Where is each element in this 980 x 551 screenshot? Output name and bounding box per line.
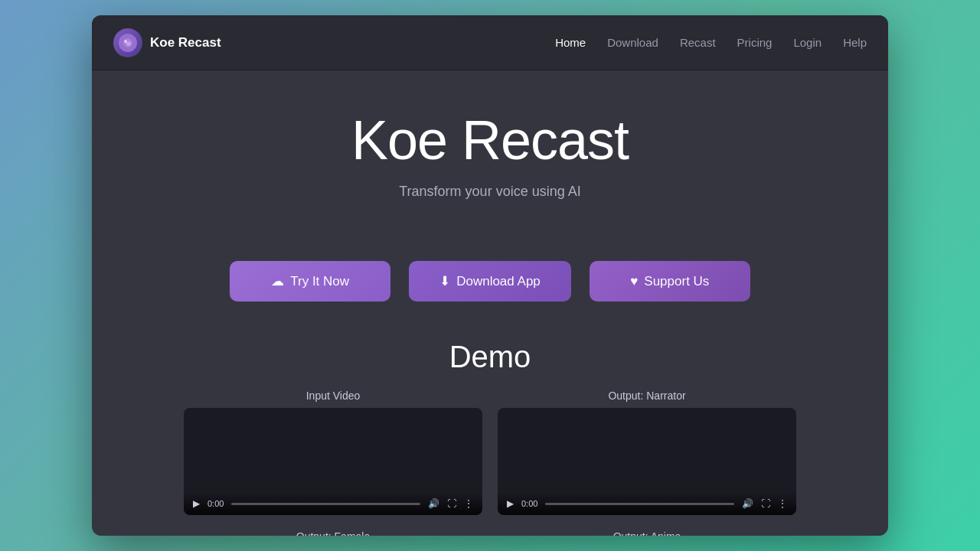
heart-icon: ♥ xyxy=(630,274,638,289)
progress-bar-narrator[interactable] xyxy=(545,503,734,505)
app-window: Koe Recast Home Download Recast Pricing … xyxy=(92,15,888,536)
female-label: Output: Female xyxy=(296,530,371,536)
nav-link-download[interactable]: Download xyxy=(607,36,658,49)
play-icon-input[interactable]: ▶ xyxy=(193,498,200,509)
try-it-now-label: Try It Now xyxy=(290,274,349,289)
time-narrator: 0:00 xyxy=(521,499,537,508)
nav-link-pricing[interactable]: Pricing xyxy=(737,36,773,49)
nav-link-help[interactable]: Help xyxy=(843,36,867,49)
nav-links: Home Download Recast Pricing Login Help xyxy=(555,36,867,49)
demo-item-female: Output: Female ▶ 0:00 🔊 ⛶ ⋮ xyxy=(184,530,482,536)
video-controls-narrator: ▶ 0:00 🔊 ⛶ ⋮ xyxy=(498,492,796,515)
svg-point-1 xyxy=(124,40,127,43)
time-input: 0:00 xyxy=(207,499,224,508)
nav-link-login[interactable]: Login xyxy=(793,36,822,49)
play-icon-narrator[interactable]: ▶ xyxy=(507,498,514,509)
demo-item-input: Input Video ▶ 0:00 🔊 ⛶ ⋮ xyxy=(184,390,482,515)
demo-grid: Input Video ▶ 0:00 🔊 ⛶ ⋮ xyxy=(184,390,796,536)
nav-link-recast[interactable]: Recast xyxy=(680,36,716,49)
narrator-label: Output: Narrator xyxy=(608,390,685,402)
main-content: Koe Recast Transform your voice using AI… xyxy=(92,70,888,536)
input-video-label: Input Video xyxy=(306,390,361,402)
download-app-label: Download App xyxy=(456,274,541,289)
brand-name: Koe Recast xyxy=(150,35,221,51)
hero-subtitle: Transform your voice using AI xyxy=(399,184,580,200)
button-group: ☁ Try It Now ⬇ Download App ♥ Support Us xyxy=(230,261,750,302)
anime-label: Output: Anime xyxy=(613,530,681,536)
narrator-video-player[interactable]: ▶ 0:00 🔊 ⛶ ⋮ xyxy=(498,408,796,515)
demo-item-narrator: Output: Narrator ▶ 0:00 🔊 ⛶ ⋮ xyxy=(498,390,796,515)
download-app-button[interactable]: ⬇ Download App xyxy=(409,261,571,302)
input-video-player[interactable]: ▶ 0:00 🔊 ⛶ ⋮ xyxy=(184,408,482,515)
demo-item-anime: Output: Anime ▶ 0:00 🔊 ⛶ ⋮ xyxy=(498,530,796,536)
more-icon-input[interactable]: ⋮ xyxy=(464,498,473,509)
navbar: Koe Recast Home Download Recast Pricing … xyxy=(92,15,888,70)
demo-section: Demo Input Video ▶ 0:00 🔊 ⛶ xyxy=(122,340,858,536)
demo-title: Demo xyxy=(449,340,531,374)
fullscreen-icon-narrator[interactable]: ⛶ xyxy=(761,498,770,509)
download-icon: ⬇ xyxy=(439,273,450,289)
progress-bar-input[interactable] xyxy=(231,503,420,505)
hero-title: Koe Recast xyxy=(351,109,629,171)
logo-icon xyxy=(113,28,142,57)
more-icon-narrator[interactable]: ⋮ xyxy=(778,498,787,509)
support-us-button[interactable]: ♥ Support Us xyxy=(590,261,750,302)
fullscreen-icon-input[interactable]: ⛶ xyxy=(447,498,456,509)
nav-link-home[interactable]: Home xyxy=(555,36,586,49)
video-controls-input: ▶ 0:00 🔊 ⛶ ⋮ xyxy=(184,492,482,515)
cloud-icon: ☁ xyxy=(271,273,284,289)
nav-logo: Koe Recast xyxy=(113,28,555,57)
support-us-label: Support Us xyxy=(644,274,709,289)
volume-icon-narrator[interactable]: 🔊 xyxy=(742,498,753,509)
hero-section: Koe Recast Transform your voice using AI xyxy=(351,109,629,200)
try-it-now-button[interactable]: ☁ Try It Now xyxy=(230,261,390,302)
volume-icon-input[interactable]: 🔊 xyxy=(428,498,439,509)
